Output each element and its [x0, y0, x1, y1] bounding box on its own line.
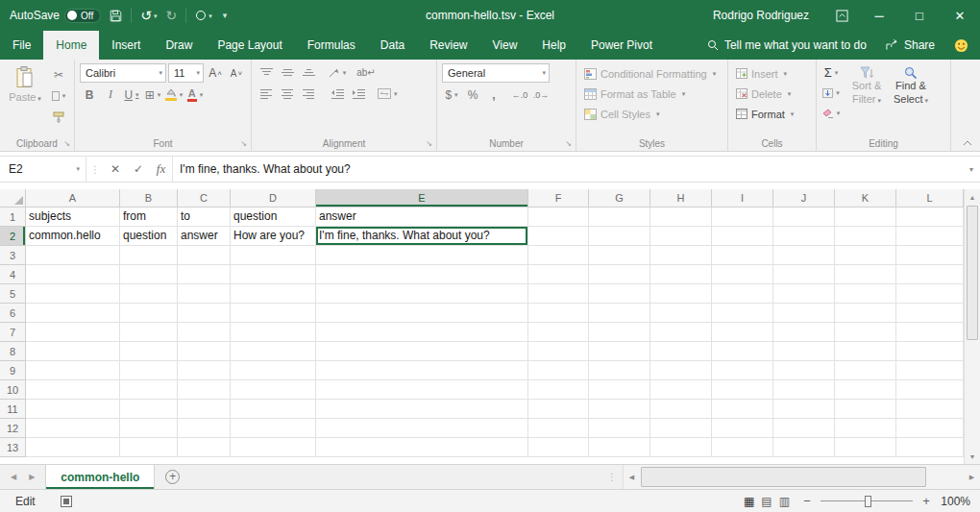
cell-G6[interactable] [589, 304, 650, 323]
column-header-E[interactable]: E [316, 189, 528, 207]
cell-D2[interactable]: How are you? [231, 227, 316, 246]
row-header-10[interactable]: 10 [0, 380, 26, 400]
tab-power-pivot[interactable]: Power Pivot [578, 31, 665, 60]
cell-B8[interactable] [120, 342, 178, 361]
zoom-slider-thumb[interactable] [865, 496, 871, 507]
font-dialog-launcher[interactable]: ↘ [240, 140, 247, 148]
font-name-combo[interactable]: Calibri▾ [80, 63, 166, 83]
macro-record-icon[interactable] [61, 496, 72, 507]
cell-D8[interactable] [231, 342, 316, 361]
cell-E9[interactable] [316, 361, 528, 380]
cell-E8[interactable] [316, 342, 528, 361]
cell-F9[interactable] [528, 361, 589, 380]
cell-J1[interactable] [773, 207, 835, 227]
cell-A10[interactable] [26, 380, 120, 400]
insert-function-button[interactable]: fx [150, 157, 173, 182]
cell-H5[interactable] [650, 284, 712, 304]
close-button[interactable]: ✕ [940, 0, 980, 31]
tab-formulas[interactable]: Formulas [295, 31, 368, 60]
paste-button[interactable]: Paste▾ [5, 63, 45, 126]
horizontal-scrollbar[interactable]: ◀ ▶ [623, 465, 980, 489]
cell-E4[interactable] [316, 265, 528, 284]
increase-font-size-button[interactable]: A˄ [206, 64, 225, 83]
increase-decimal-button[interactable]: ←.0 [510, 85, 529, 104]
row-header-1[interactable]: 1 [0, 207, 26, 227]
cell-E1[interactable]: answer [316, 207, 528, 227]
normal-view-icon[interactable]: ▦ [744, 495, 754, 508]
cell-I6[interactable] [712, 304, 773, 323]
confirm-entry-button[interactable]: ✓ [127, 157, 150, 182]
column-header-K[interactable]: K [835, 189, 896, 207]
conditional-formatting-button[interactable]: Conditional Formatting▾ [581, 63, 723, 84]
cell-F4[interactable] [528, 265, 589, 284]
scroll-right-icon[interactable]: ▶ [964, 474, 980, 481]
orientation-button[interactable]: ▾ [328, 63, 347, 82]
cell-K9[interactable] [835, 361, 896, 380]
cell-I7[interactable] [712, 323, 773, 342]
cell-L6[interactable] [896, 304, 964, 323]
previous-sheet-icon[interactable]: ◀ [11, 473, 16, 481]
cell-C12[interactable] [178, 419, 231, 438]
cell-L10[interactable] [896, 380, 964, 400]
cell-K5[interactable] [835, 284, 896, 304]
row-header-13[interactable]: 13 [0, 438, 26, 457]
column-header-L[interactable]: L [896, 189, 964, 207]
cell-D13[interactable] [231, 438, 316, 457]
number-format-combo[interactable]: General▾ [442, 63, 550, 83]
cell-E11[interactable] [316, 400, 528, 419]
scroll-down-icon[interactable]: ▼ [965, 449, 980, 464]
format-painter-button[interactable] [49, 108, 68, 126]
cell-J10[interactable] [773, 380, 835, 400]
cell-K1[interactable] [835, 207, 896, 227]
horizontal-scroll-track[interactable] [640, 465, 964, 489]
cell-K6[interactable] [835, 304, 896, 323]
cell-C2[interactable]: answer [178, 227, 231, 246]
tab-insert[interactable]: Insert [99, 31, 153, 60]
cell-F12[interactable] [528, 419, 589, 438]
cell-F1[interactable] [528, 207, 589, 227]
row-header-6[interactable]: 6 [0, 304, 26, 323]
cell-I12[interactable] [712, 419, 773, 438]
tab-page-layout[interactable]: Page Layout [205, 31, 294, 60]
format-as-table-button[interactable]: Format as Table▾ [581, 84, 723, 104]
tab-draw[interactable]: Draw [153, 31, 205, 60]
share-button[interactable]: Share [886, 38, 935, 52]
underline-button[interactable]: U▾ [122, 85, 141, 104]
scroll-up-icon[interactable]: ▲ [965, 189, 980, 205]
insert-cells-button[interactable]: Insert▾ [733, 63, 811, 84]
cell-D9[interactable] [231, 361, 316, 380]
cell-H4[interactable] [650, 265, 712, 284]
cell-A7[interactable] [26, 323, 120, 342]
cell-B6[interactable] [120, 304, 178, 323]
comma-style-button[interactable]: , [484, 85, 503, 104]
cell-D12[interactable] [231, 419, 316, 438]
cell-J13[interactable] [773, 438, 835, 457]
collapse-ribbon-icon[interactable] [963, 140, 972, 146]
zoom-level[interactable]: 100% [940, 495, 970, 508]
cell-G8[interactable] [589, 342, 650, 361]
bottom-align-button[interactable] [299, 63, 318, 82]
row-header-4[interactable]: 4 [0, 265, 26, 284]
cell-D4[interactable] [231, 265, 316, 284]
cell-F8[interactable] [528, 342, 589, 361]
cell-C10[interactable] [178, 380, 231, 400]
name-box[interactable]: E2▾ [0, 157, 86, 182]
cell-J3[interactable] [773, 246, 835, 265]
cell-F13[interactable] [528, 438, 589, 457]
row-header-9[interactable]: 9 [0, 361, 26, 380]
cell-F5[interactable] [528, 284, 589, 304]
cell-C1[interactable]: to [178, 207, 231, 227]
cell-G2[interactable] [589, 227, 650, 246]
vertical-scroll-thumb[interactable] [967, 206, 978, 340]
cell-G3[interactable] [589, 246, 650, 265]
row-header-3[interactable]: 3 [0, 246, 26, 265]
cell-B10[interactable] [120, 380, 178, 400]
cell-C7[interactable] [178, 323, 231, 342]
row-header-12[interactable]: 12 [0, 419, 26, 438]
top-align-button[interactable] [257, 63, 276, 82]
cell-B13[interactable] [120, 438, 178, 457]
decrease-decimal-button[interactable]: .0→ [531, 85, 551, 104]
column-header-B[interactable]: B [120, 189, 178, 207]
cell-A12[interactable] [26, 419, 120, 438]
autosave-pill[interactable]: Off [64, 9, 101, 23]
